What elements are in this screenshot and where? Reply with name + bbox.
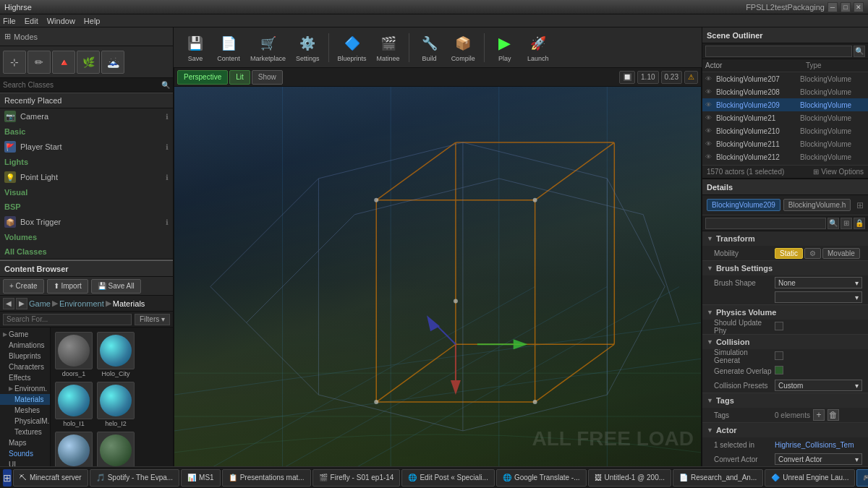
- taskbar-ms1[interactable]: 📊 MS1: [181, 469, 221, 487]
- brush-settings-header[interactable]: ▼ Brush Settings: [702, 261, 868, 275]
- convert-actor-dropdown[interactable]: Convert Actor ▾: [775, 453, 862, 465]
- actor-point-light[interactable]: 💡 Point Light ℹ: [0, 169, 173, 185]
- taskbar-minecraft[interactable]: ⛏ Minecraft server: [13, 469, 88, 487]
- toolbar-matinee[interactable]: 🎬 Matinee: [373, 32, 404, 64]
- save-all-button[interactable]: 💾 Save All: [91, 279, 141, 294]
- static-button[interactable]: Static: [775, 248, 803, 259]
- details-search-input[interactable]: [705, 218, 826, 229]
- tree-maps[interactable]: Maps: [0, 437, 50, 448]
- out-item-207[interactable]: 👁 BlockingVolume207 BlockingVolume: [702, 72, 868, 85]
- taskbar-unreal-launcher[interactable]: 🔷 Unreal Engine Lau...: [765, 469, 855, 487]
- toolbar-play[interactable]: ▶ Play: [489, 32, 521, 64]
- start-button[interactable]: ⊞: [3, 469, 12, 487]
- details-grid-icon[interactable]: ⊞: [841, 218, 852, 229]
- breadcrumb-game[interactable]: Game: [29, 299, 51, 308]
- details-lock-icon[interactable]: 🔒: [854, 218, 865, 229]
- out-item-210[interactable]: 👁 BlockingVolume210 BlockingVolume: [702, 124, 868, 137]
- breadcrumb-materials[interactable]: Materials: [113, 299, 145, 308]
- actor-box-trigger[interactable]: 📦 Box Trigger ℹ: [0, 214, 173, 230]
- viewport-ctrl-speed[interactable]: 1.10: [637, 71, 658, 84]
- search-materials-input[interactable]: [3, 314, 132, 325]
- movable-button[interactable]: ⚙: [804, 248, 821, 259]
- out-item-211[interactable]: 👁 BlockingVolume211 BlockingVolume: [702, 137, 868, 150]
- tags-delete-button[interactable]: 🗑: [827, 409, 839, 421]
- simulation-check[interactable]: [775, 351, 783, 360]
- taskbar-research[interactable]: 📄 Research_and_An...: [673, 469, 763, 487]
- taskbar-presentations[interactable]: 📋 Presentations mat...: [222, 469, 311, 487]
- physics-header[interactable]: ▼ Physics Volume: [702, 305, 868, 320]
- generate-check[interactable]: [775, 366, 783, 374]
- tree-characters[interactable]: Characters: [0, 361, 50, 372]
- menu-edit[interactable]: Edit: [25, 17, 38, 25]
- taskbar-firefly[interactable]: 🎬 Firefly - S01 ep1-14: [312, 469, 401, 487]
- out-item-21[interactable]: 👁 BlockingVolume21 BlockingVolume: [702, 111, 868, 124]
- outliner-search-input[interactable]: [705, 46, 852, 57]
- tree-game[interactable]: ▶Game: [0, 329, 50, 340]
- out-item-208[interactable]: 👁 BlockingVolume208 BlockingVolume: [702, 85, 868, 98]
- details-options-icon[interactable]: ⊞: [856, 200, 864, 210]
- perspective-button[interactable]: Perspective: [177, 70, 228, 85]
- mat-holo-i1[interactable]: holo_I1: [54, 380, 94, 429]
- actor-camera[interactable]: 📷 Camera ℹ: [0, 108, 173, 124]
- toolbar-content[interactable]: 📄 Content: [213, 32, 244, 64]
- brush-shape-dropdown[interactable]: None ▾: [775, 277, 862, 288]
- actor-player-start[interactable]: 🚩 Player Start ℹ: [0, 139, 173, 155]
- maximize-button[interactable]: □: [841, 2, 851, 12]
- toolbar-blueprints[interactable]: 🔷 Blueprints: [333, 32, 371, 64]
- toolbar-compile[interactable]: 📦 Compile: [447, 32, 480, 64]
- tags-header[interactable]: ▼ Tags: [702, 393, 868, 408]
- nav-forward[interactable]: ▶: [16, 298, 27, 309]
- tree-physical-materials[interactable]: PhysicalM.: [0, 416, 50, 427]
- menu-file[interactable]: File: [3, 17, 16, 25]
- taskbar-google[interactable]: 🌐 Google Translate -...: [496, 469, 587, 487]
- toolbar-marketplace[interactable]: 🛒 Marketplace: [246, 32, 290, 64]
- out-item-212[interactable]: 👁 BlockingVolume212 BlockingVolume: [702, 150, 868, 163]
- collision-presets-dropdown[interactable]: Custom ▾: [775, 380, 862, 391]
- search-classes-input[interactable]: [3, 81, 161, 89]
- brush-shape-sub-dropdown[interactable]: ▾: [775, 291, 862, 303]
- transform-header[interactable]: ▼ Transform: [702, 231, 868, 246]
- import-button[interactable]: ⬆ Import: [47, 279, 88, 294]
- create-button[interactable]: + Create: [3, 279, 44, 294]
- toolbar-build[interactable]: 🔧 Build: [414, 32, 446, 64]
- out-item-209[interactable]: 👁 BlockingVolume209 BlockingVolume: [702, 98, 868, 111]
- viewport-ctrl-0-23[interactable]: 0.23: [661, 71, 682, 84]
- outliner-search-icon[interactable]: 🔍: [854, 46, 865, 57]
- lit-button[interactable]: Lit: [229, 70, 250, 85]
- search-magnifier-icon[interactable]: 🔍: [161, 81, 170, 89]
- tree-textures[interactable]: Textures: [0, 427, 50, 437]
- mat-doors1[interactable]: doors_1: [54, 330, 94, 379]
- toolbar-launch[interactable]: 🚀 Launch: [522, 32, 554, 64]
- taskbar-edit-post[interactable]: 🌐 Edit Post « Speciali...: [401, 469, 495, 487]
- tree-effects[interactable]: Effects: [0, 372, 50, 383]
- tree-meshes[interactable]: Meshes: [0, 405, 50, 416]
- tree-environment[interactable]: ▶Environm.: [0, 383, 50, 394]
- scene-area[interactable]: ALL FREE LOAD: [174, 87, 701, 472]
- tree-sounds[interactable]: Sounds: [0, 448, 50, 459]
- tool-geometry[interactable]: 🔺: [52, 51, 75, 74]
- menu-help[interactable]: Help: [84, 17, 101, 25]
- collision-header[interactable]: ▼ Collision: [702, 335, 868, 349]
- outliner-view-options[interactable]: ⊞ View Options: [813, 168, 864, 176]
- tool-paint[interactable]: ✏: [27, 51, 51, 74]
- tree-animations[interactable]: Animations: [0, 340, 50, 351]
- mat-holo-city[interactable]: Holo_City: [95, 330, 136, 379]
- tags-add-button[interactable]: +: [813, 409, 825, 421]
- nav-back[interactable]: ◀: [3, 298, 14, 309]
- minimize-button[interactable]: ─: [827, 2, 838, 12]
- taskbar-spotify[interactable]: 🎵 Spotify - The Evpa...: [90, 469, 179, 487]
- mat-helo-i2[interactable]: helo_I2: [95, 380, 136, 429]
- tree-materials[interactable]: Materials: [0, 394, 50, 405]
- viewport-ctrl-1[interactable]: 🔲: [619, 71, 635, 84]
- tool-landscape[interactable]: 🗻: [101, 51, 124, 74]
- details-search-icon[interactable]: 🔍: [827, 218, 839, 229]
- toolbar-save[interactable]: 💾 Save: [179, 32, 211, 64]
- tool-select[interactable]: ⊹: [3, 51, 26, 74]
- actor-section-header[interactable]: ▼ Actor: [702, 423, 868, 437]
- taskbar-fpsll2[interactable]: 🎮 FPSLL2testPackagi...: [856, 469, 868, 487]
- tree-blueprints[interactable]: Blueprints: [0, 351, 50, 361]
- tool-foliage[interactable]: 🌿: [77, 51, 100, 74]
- toolbar-settings[interactable]: ⚙️ Settings: [292, 32, 324, 64]
- menu-window[interactable]: Window: [47, 17, 75, 25]
- taskbar-untitled[interactable]: 🖼 Untitled-1 @ 200...: [588, 469, 672, 487]
